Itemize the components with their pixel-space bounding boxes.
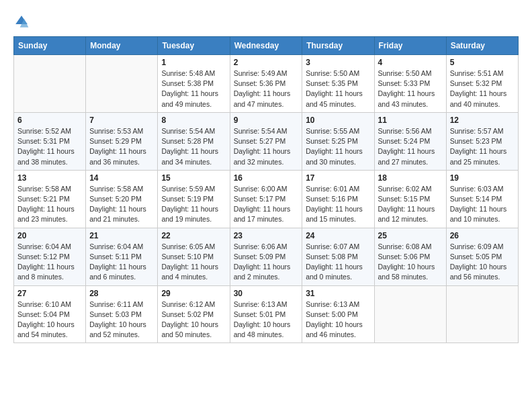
- calendar-cell: 7 Sunrise: 5:53 AM Sunset: 5:29 PM Dayli…: [86, 112, 158, 170]
- cell-info: Sunrise: 5:55 AM Sunset: 5:25 PM Dayligh…: [306, 126, 370, 167]
- calendar-cell: 21 Sunrise: 6:04 AM Sunset: 5:11 PM Dayl…: [86, 228, 158, 285]
- calendar-cell: 9 Sunrise: 5:54 AM Sunset: 5:27 PM Dayli…: [230, 112, 302, 170]
- calendar-cell: 1 Sunrise: 5:48 AM Sunset: 5:38 PM Dayli…: [158, 55, 230, 113]
- cell-info: Sunrise: 5:50 AM Sunset: 5:35 PM Dayligh…: [306, 68, 370, 109]
- calendar-cell: 24 Sunrise: 6:07 AM Sunset: 5:08 PM Dayl…: [302, 228, 374, 285]
- day-number: 1: [161, 58, 226, 67]
- calendar-cell: 18 Sunrise: 6:02 AM Sunset: 5:15 PM Dayl…: [374, 170, 446, 228]
- day-number: 20: [17, 231, 82, 240]
- calendar-cell: 28 Sunrise: 6:11 AM Sunset: 5:03 PM Dayl…: [86, 285, 158, 343]
- weekday-header-wednesday: Wednesday: [230, 37, 302, 55]
- calendar-cell: 15 Sunrise: 5:59 AM Sunset: 5:19 PM Dayl…: [158, 170, 230, 228]
- day-number: 3: [306, 58, 370, 67]
- weekday-header-row: SundayMondayTuesdayWednesdayThursdayFrid…: [14, 37, 519, 55]
- cell-info: Sunrise: 5:48 AM Sunset: 5:38 PM Dayligh…: [161, 68, 226, 109]
- day-number: 17: [306, 173, 370, 183]
- calendar-cell: 22 Sunrise: 6:05 AM Sunset: 5:10 PM Dayl…: [158, 228, 230, 285]
- calendar-cell: 3 Sunrise: 5:50 AM Sunset: 5:35 PM Dayli…: [302, 55, 374, 113]
- calendar-cell: 31 Sunrise: 6:13 AM Sunset: 5:00 PM Dayl…: [302, 285, 374, 343]
- cell-info: Sunrise: 5:58 AM Sunset: 5:20 PM Dayligh…: [89, 184, 154, 225]
- day-number: 29: [161, 289, 226, 298]
- day-number: 22: [161, 231, 226, 240]
- week-row-5: 27 Sunrise: 6:10 AM Sunset: 5:04 PM Dayl…: [14, 285, 519, 343]
- logo-icon: [13, 13, 30, 30]
- cell-info: Sunrise: 6:03 AM Sunset: 5:14 PM Dayligh…: [450, 184, 515, 225]
- calendar-cell: [446, 285, 518, 343]
- cell-info: Sunrise: 5:52 AM Sunset: 5:31 PM Dayligh…: [17, 126, 82, 167]
- calendar-cell: [14, 55, 86, 113]
- week-row-3: 13 Sunrise: 5:58 AM Sunset: 5:21 PM Dayl…: [14, 170, 519, 228]
- cell-info: Sunrise: 6:04 AM Sunset: 5:11 PM Dayligh…: [89, 242, 154, 283]
- day-number: 14: [89, 173, 154, 183]
- cell-info: Sunrise: 6:13 AM Sunset: 5:01 PM Dayligh…: [234, 300, 299, 340]
- day-number: 30: [234, 289, 299, 298]
- day-number: 13: [17, 173, 82, 183]
- cell-info: Sunrise: 6:01 AM Sunset: 5:16 PM Dayligh…: [306, 184, 370, 225]
- calendar-cell: 26 Sunrise: 6:09 AM Sunset: 5:05 PM Dayl…: [446, 228, 518, 285]
- day-number: 11: [378, 116, 443, 125]
- cell-info: Sunrise: 6:12 AM Sunset: 5:02 PM Dayligh…: [161, 300, 226, 340]
- calendar-cell: 4 Sunrise: 5:50 AM Sunset: 5:33 PM Dayli…: [374, 55, 446, 113]
- day-number: 23: [234, 231, 299, 240]
- calendar-cell: 11 Sunrise: 5:56 AM Sunset: 5:24 PM Dayl…: [374, 112, 446, 170]
- day-number: 24: [306, 231, 370, 240]
- week-row-4: 20 Sunrise: 6:04 AM Sunset: 5:12 PM Dayl…: [14, 228, 519, 285]
- calendar-cell: 19 Sunrise: 6:03 AM Sunset: 5:14 PM Dayl…: [446, 170, 518, 228]
- day-number: 31: [306, 289, 370, 298]
- cell-info: Sunrise: 5:49 AM Sunset: 5:36 PM Dayligh…: [234, 68, 299, 109]
- page-header: [13, 13, 519, 30]
- cell-info: Sunrise: 5:50 AM Sunset: 5:33 PM Dayligh…: [378, 68, 443, 109]
- day-number: 27: [17, 289, 82, 298]
- day-number: 15: [161, 173, 226, 183]
- weekday-header-thursday: Thursday: [302, 37, 374, 55]
- cell-info: Sunrise: 5:54 AM Sunset: 5:27 PM Dayligh…: [234, 126, 299, 167]
- calendar-cell: 16 Sunrise: 6:00 AM Sunset: 5:17 PM Dayl…: [230, 170, 302, 228]
- calendar-cell: 20 Sunrise: 6:04 AM Sunset: 5:12 PM Dayl…: [14, 228, 86, 285]
- cell-info: Sunrise: 6:09 AM Sunset: 5:05 PM Dayligh…: [450, 242, 515, 283]
- week-row-2: 6 Sunrise: 5:52 AM Sunset: 5:31 PM Dayli…: [14, 112, 519, 170]
- week-row-1: 1 Sunrise: 5:48 AM Sunset: 5:38 PM Dayli…: [14, 55, 519, 113]
- calendar-cell: 5 Sunrise: 5:51 AM Sunset: 5:32 PM Dayli…: [446, 55, 518, 113]
- calendar-cell: 27 Sunrise: 6:10 AM Sunset: 5:04 PM Dayl…: [14, 285, 86, 343]
- calendar-cell: 8 Sunrise: 5:54 AM Sunset: 5:28 PM Dayli…: [158, 112, 230, 170]
- calendar-cell: 29 Sunrise: 6:12 AM Sunset: 5:02 PM Dayl…: [158, 285, 230, 343]
- day-number: 26: [450, 231, 515, 240]
- day-number: 7: [89, 116, 154, 125]
- cell-info: Sunrise: 5:59 AM Sunset: 5:19 PM Dayligh…: [161, 184, 226, 225]
- calendar-cell: 13 Sunrise: 5:58 AM Sunset: 5:21 PM Dayl…: [14, 170, 86, 228]
- weekday-header-monday: Monday: [86, 37, 158, 55]
- logo: [13, 13, 32, 30]
- calendar-cell: 14 Sunrise: 5:58 AM Sunset: 5:20 PM Dayl…: [86, 170, 158, 228]
- day-number: 21: [89, 231, 154, 240]
- cell-info: Sunrise: 6:10 AM Sunset: 5:04 PM Dayligh…: [17, 300, 82, 340]
- day-number: 18: [378, 173, 443, 183]
- day-number: 16: [234, 173, 299, 183]
- calendar-cell: 30 Sunrise: 6:13 AM Sunset: 5:01 PM Dayl…: [230, 285, 302, 343]
- calendar-cell: [86, 55, 158, 113]
- calendar-cell: 25 Sunrise: 6:08 AM Sunset: 5:06 PM Dayl…: [374, 228, 446, 285]
- cell-info: Sunrise: 5:51 AM Sunset: 5:32 PM Dayligh…: [450, 68, 515, 109]
- day-number: 2: [234, 58, 299, 67]
- weekday-header-saturday: Saturday: [446, 37, 518, 55]
- day-number: 4: [378, 58, 443, 67]
- cell-info: Sunrise: 6:00 AM Sunset: 5:17 PM Dayligh…: [234, 184, 299, 225]
- cell-info: Sunrise: 5:58 AM Sunset: 5:21 PM Dayligh…: [17, 184, 82, 225]
- day-number: 25: [378, 231, 443, 240]
- cell-info: Sunrise: 6:02 AM Sunset: 5:15 PM Dayligh…: [378, 184, 443, 225]
- cell-info: Sunrise: 5:57 AM Sunset: 5:23 PM Dayligh…: [450, 126, 515, 167]
- weekday-header-tuesday: Tuesday: [158, 37, 230, 55]
- day-number: 9: [234, 116, 299, 125]
- day-number: 19: [450, 173, 515, 183]
- cell-info: Sunrise: 6:07 AM Sunset: 5:08 PM Dayligh…: [306, 242, 370, 283]
- day-number: 10: [306, 116, 370, 125]
- cell-info: Sunrise: 5:53 AM Sunset: 5:29 PM Dayligh…: [89, 126, 154, 167]
- weekday-header-sunday: Sunday: [14, 37, 86, 55]
- cell-info: Sunrise: 6:13 AM Sunset: 5:00 PM Dayligh…: [306, 300, 370, 340]
- calendar-cell: 6 Sunrise: 5:52 AM Sunset: 5:31 PM Dayli…: [14, 112, 86, 170]
- calendar-table: SundayMondayTuesdayWednesdayThursdayFrid…: [13, 36, 519, 343]
- day-number: 8: [161, 116, 226, 125]
- calendar-cell: 17 Sunrise: 6:01 AM Sunset: 5:16 PM Dayl…: [302, 170, 374, 228]
- day-number: 6: [17, 116, 82, 125]
- day-number: 5: [450, 58, 515, 67]
- cell-info: Sunrise: 5:56 AM Sunset: 5:24 PM Dayligh…: [378, 126, 443, 167]
